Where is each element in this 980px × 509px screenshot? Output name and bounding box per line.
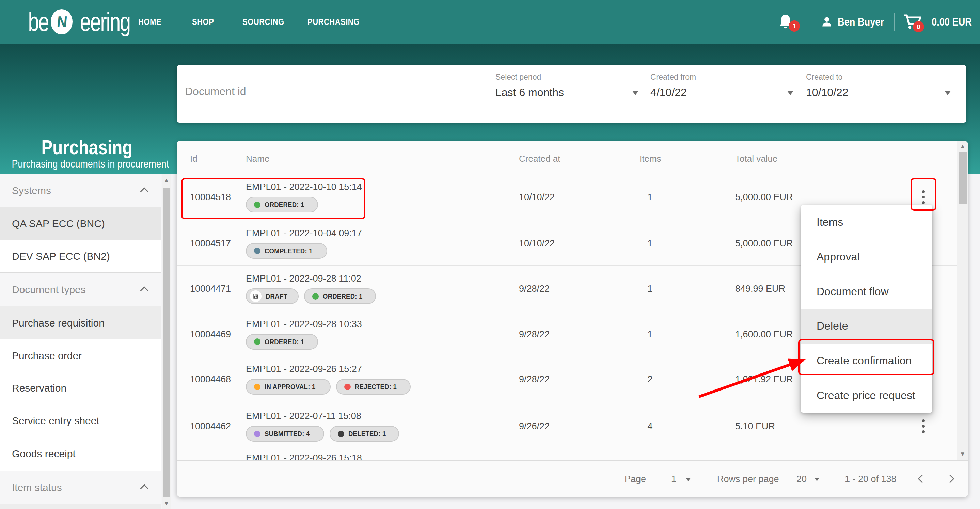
chevron-down-icon[interactable] — [787, 91, 794, 95]
row-id: 10004468 — [190, 374, 231, 385]
logo-n-mark-icon: N — [51, 9, 73, 34]
cart-total: 0.00 EUR — [932, 16, 972, 28]
page-subtitle: Purchasing documents in procurement — [0, 158, 173, 170]
status-badge: COMPLETED: 1 — [246, 243, 327, 259]
row-items-count: 1 — [638, 238, 662, 248]
chevron-up-icon — [140, 187, 148, 196]
user-icon — [821, 16, 833, 28]
menu-item-create-confirmation[interactable]: Create confirmation — [801, 344, 932, 378]
sidebar-section-systems[interactable]: Systems — [0, 174, 161, 207]
status-dot-icon — [254, 202, 261, 208]
row-name-cell: EMPL01 - 2022-10-04 09:17 COMPLETED: 1 — [246, 228, 362, 259]
row-items-count: 4 — [638, 421, 662, 432]
sidebar-item-purchase-order[interactable]: Purchase order — [0, 339, 161, 372]
logo-text-prefix: be — [28, 6, 48, 37]
sidebar-scrollbar[interactable]: ▲ ▼ — [162, 174, 170, 509]
select-period-value[interactable]: Last 6 months — [495, 86, 564, 99]
topbar-divider — [808, 13, 808, 31]
table-scrollbar[interactable]: ▲ ▼ — [957, 141, 968, 460]
chevron-up-icon — [140, 484, 148, 492]
chevron-up-icon — [140, 286, 148, 294]
created-from-value[interactable]: 4/10/22 — [651, 86, 687, 99]
status-dot-icon — [254, 384, 261, 390]
row-total-value: 1,600.00 EUR — [735, 329, 793, 339]
column-header-created-at: Created at — [519, 154, 560, 164]
column-header-total-value: Total value — [735, 154, 777, 164]
nav-home[interactable]: HOME — [138, 0, 165, 44]
notification-count-badge: 1 — [789, 21, 800, 32]
draft-save-icon — [250, 290, 261, 302]
previous-page-icon[interactable] — [918, 474, 926, 483]
sidebar-item-purchase-requisition[interactable]: Purchase requisition — [0, 306, 161, 339]
scroll-up-icon[interactable]: ▲ — [162, 177, 170, 183]
sidebar-item-reservation[interactable]: Reservation — [0, 372, 161, 404]
row-id: 10004518 — [190, 192, 231, 203]
chevron-down-icon[interactable] — [945, 91, 951, 95]
sidebar-item-goods-receipt[interactable]: Goods receipt — [0, 437, 161, 471]
row-id: 10004469 — [190, 329, 231, 339]
row-name-cell: EMPL01 - 2022-09-28 11:02 DRAFT — [246, 274, 376, 304]
table-scrollbar-thumb[interactable] — [959, 152, 967, 204]
top-navigation-bar: be N eering HOME SHOP SOURCING PURCHASIN… — [0, 0, 980, 44]
menu-item-document-flow[interactable]: Document flow — [801, 274, 932, 309]
row-id: 10004517 — [190, 238, 231, 248]
pagination-range: 1 - 20 of 138 — [845, 474, 897, 484]
sidebar-section-item-status[interactable]: Item status — [0, 471, 161, 504]
status-badge: ORDERED: 1 — [304, 288, 376, 304]
table-header-row: Id Name Created at Items Total value — [177, 141, 968, 173]
user-name: Ben Buyer — [838, 16, 884, 28]
row-actions-kebab-icon[interactable] — [917, 417, 930, 436]
page-select-value[interactable]: 1 — [671, 474, 676, 484]
input-underline — [649, 105, 801, 105]
status-badge: SUBMITTED: 4 — [246, 426, 324, 442]
input-underline — [495, 105, 646, 105]
app-logo[interactable]: be N eering — [24, 0, 139, 44]
row-name-cell: EMPL01 - 2022-09-28 10:33 ORDERED: 1 — [246, 319, 362, 350]
row-items-count: 2 — [638, 374, 662, 385]
rows-per-page-value[interactable]: 20 — [797, 474, 807, 484]
status-dot-icon — [254, 248, 261, 254]
row-id: 10004471 — [190, 284, 231, 294]
chevron-down-icon[interactable] — [632, 91, 638, 95]
row-context-menu: Items Approval Document flow Delete Crea… — [801, 205, 932, 413]
nav-sourcing[interactable]: SOURCING — [242, 0, 291, 44]
topbar-divider — [894, 13, 895, 31]
user-menu-button[interactable]: Ben Buyer — [821, 0, 892, 44]
page-title: Purchasing — [0, 135, 173, 159]
menu-item-approval[interactable]: Approval — [801, 240, 932, 274]
chevron-down-icon[interactable] — [686, 478, 691, 481]
row-actions-kebab-icon[interactable] — [917, 188, 930, 207]
sidebar-section-document-types[interactable]: Document types — [0, 272, 161, 306]
table-row-partial[interactable]: EMPL01 - 2022-09-26 15:18 — [177, 450, 957, 460]
sidebar-item-service-entry-sheet[interactable]: Service entry sheet — [0, 404, 161, 437]
sidebar-partial-row — [0, 504, 161, 509]
scroll-up-icon[interactable]: ▲ — [957, 143, 968, 149]
filter-panel: Select period Last 6 months Created from… — [177, 65, 966, 122]
status-badge: IN APPROVAL: 1 — [246, 379, 331, 394]
sidebar-item-qa-sap-ecc-bnc[interactable]: QA SAP ECC (BNC) — [0, 207, 161, 240]
row-name-cell: EMPL01 - 2022-07-11 15:08 SUBMITTED: 4 D… — [246, 411, 399, 442]
nav-purchasing[interactable]: PURCHASING — [307, 0, 369, 44]
sidebar-item-dev-sap-ecc-bn2[interactable]: DEV SAP ECC (BN2) — [0, 240, 161, 272]
menu-item-create-price-request[interactable]: Create price request — [801, 378, 932, 413]
status-dot-icon — [338, 431, 344, 437]
created-from-label: Created from — [651, 73, 696, 82]
row-total-value: 5.10 EUR — [735, 421, 775, 432]
row-name-cell: EMPL01 - 2022-10-10 15:14 ORDERED: 1 — [246, 182, 362, 212]
scroll-down-icon[interactable]: ▼ — [162, 501, 170, 506]
created-to-value[interactable]: 10/10/22 — [806, 86, 849, 99]
scroll-down-icon[interactable]: ▼ — [957, 451, 968, 457]
column-header-name: Name — [246, 154, 269, 164]
sidebar-scrollbar-thumb[interactable] — [163, 188, 170, 497]
input-underline — [185, 105, 493, 105]
column-header-id: Id — [190, 154, 197, 164]
input-underline — [804, 105, 955, 105]
select-period-label: Select period — [495, 73, 541, 82]
status-badge: REJECTED: 1 — [336, 379, 410, 394]
nav-shop[interactable]: SHOP — [192, 0, 218, 44]
next-page-icon[interactable] — [946, 474, 954, 483]
chevron-down-icon[interactable] — [814, 478, 819, 481]
document-id-input[interactable] — [185, 83, 485, 100]
menu-item-delete[interactable]: Delete — [801, 309, 932, 344]
menu-item-items[interactable]: Items — [801, 205, 932, 240]
